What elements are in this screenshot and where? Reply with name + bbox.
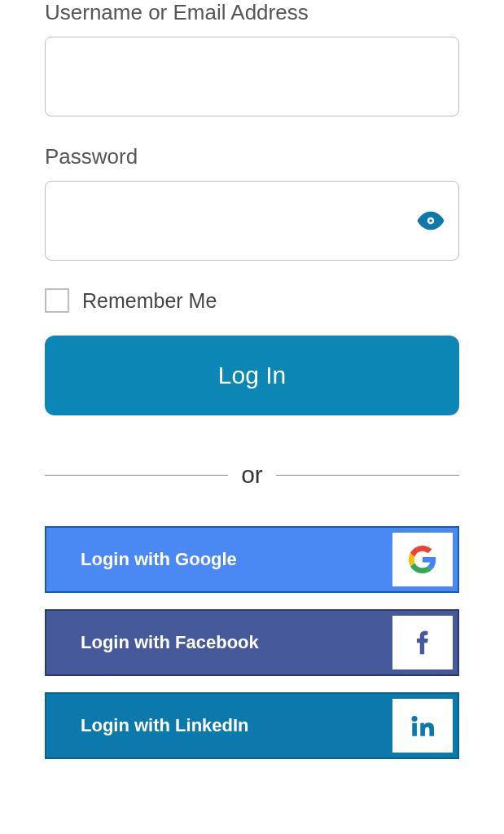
- facebook-icon: [392, 616, 453, 669]
- google-button-label: Login with Google: [46, 549, 392, 570]
- remember-row: Remember Me: [45, 288, 459, 313]
- password-label: Password: [45, 144, 459, 169]
- facebook-button-label: Login with Facebook: [46, 632, 392, 653]
- divider-label: or: [228, 461, 276, 489]
- google-icon: [392, 533, 453, 586]
- login-with-facebook-button[interactable]: Login with Facebook: [45, 609, 459, 676]
- login-button[interactable]: Log In: [45, 336, 459, 415]
- password-input-wrap: [45, 181, 459, 261]
- linkedin-button-label: Login with LinkedIn: [46, 715, 392, 736]
- login-form: Username or Email Address Password Remem…: [0, 0, 504, 834]
- or-divider: or: [45, 461, 459, 489]
- username-input[interactable]: [45, 37, 459, 116]
- show-password-button[interactable]: [417, 207, 445, 235]
- divider-line-left: [45, 475, 228, 476]
- divider-line-right: [276, 475, 459, 476]
- password-input[interactable]: [45, 181, 459, 261]
- username-label: Username or Email Address: [45, 0, 459, 25]
- username-input-wrap: [45, 37, 459, 116]
- remember-label: Remember Me: [82, 289, 217, 313]
- login-with-google-button[interactable]: Login with Google: [45, 526, 459, 593]
- svg-point-1: [429, 219, 432, 222]
- linkedin-icon: [392, 699, 453, 753]
- remember-checkbox[interactable]: [45, 288, 69, 313]
- eye-icon: [417, 207, 445, 235]
- login-with-linkedin-button[interactable]: Login with LinkedIn: [45, 692, 459, 759]
